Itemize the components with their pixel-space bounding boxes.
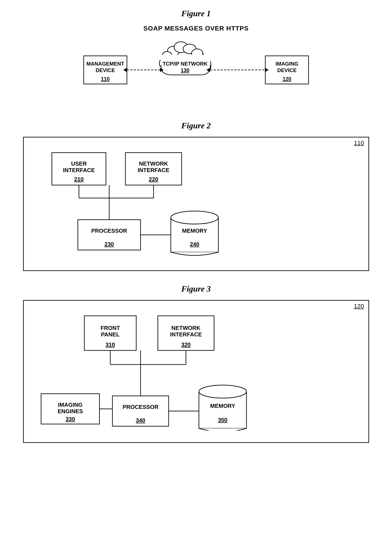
svg-text:INTERFACE: INTERFACE: [63, 167, 95, 173]
fig3-svg: FRONT PANEL 310 NETWORK INTERFACE 320 IM…: [35, 309, 337, 430]
svg-text:MANAGEMENT: MANAGEMENT: [86, 61, 124, 67]
figure-3-title: Figure 3: [23, 284, 369, 294]
svg-text:NETWORK: NETWORK: [139, 160, 168, 167]
cloud-group: TCP/IP NETWORK 130: [159, 42, 211, 75]
svg-text:INTERFACE: INTERFACE: [138, 167, 169, 173]
svg-text:IMAGING: IMAGING: [275, 61, 298, 67]
figure-1-section: Figure 1 SOAP MESSAGES OVER HTTPS MANAGE…: [23, 9, 369, 108]
svg-text:NETWORK: NETWORK: [171, 325, 201, 331]
svg-point-68: [199, 385, 247, 398]
svg-text:PANEL: PANEL: [101, 331, 119, 338]
svg-text:120: 120: [282, 76, 291, 82]
svg-text:210: 210: [74, 176, 84, 182]
figure-1-title: Figure 1: [23, 9, 369, 18]
svg-text:MEMORY: MEMORY: [182, 228, 207, 234]
svg-text:240: 240: [190, 241, 199, 248]
svg-text:DEVICE: DEVICE: [96, 67, 115, 73]
figure-3-section: Figure 3 120 FRONT PANEL 310 NETWORK INT…: [23, 284, 369, 443]
svg-text:230: 230: [104, 241, 114, 248]
fig2-container-number: 110: [354, 140, 364, 147]
svg-text:130: 130: [181, 67, 189, 73]
svg-text:350: 350: [218, 417, 227, 423]
figure-3-container: 120 FRONT PANEL 310 NETWORK INTERFACE 32…: [23, 300, 369, 443]
fig3-container-number: 120: [354, 303, 364, 310]
fig1-svg: MANAGEMENT DEVICE 110 IMAGING DEVICE 120: [77, 34, 315, 108]
svg-text:PROCESSOR: PROCESSOR: [122, 404, 158, 410]
svg-text:PROCESSOR: PROCESSOR: [91, 228, 127, 234]
svg-point-41: [171, 211, 218, 224]
figure-1-diagram: SOAP MESSAGES OVER HTTPS MANAGEMENT DEVI…: [23, 25, 369, 108]
svg-text:340: 340: [136, 417, 145, 424]
soap-messages-label: SOAP MESSAGES OVER HTTPS: [143, 25, 249, 32]
svg-text:FRONT: FRONT: [101, 325, 120, 331]
svg-text:110: 110: [101, 76, 109, 82]
svg-text:USER: USER: [71, 160, 86, 167]
figure-2-container: 110 USER INTERFACE 210 NETWORK INTERFACE…: [23, 137, 369, 271]
svg-text:220: 220: [149, 176, 158, 182]
svg-text:330: 330: [65, 416, 75, 422]
svg-text:ENGINES: ENGINES: [57, 408, 83, 415]
svg-text:INTERFACE: INTERFACE: [170, 331, 202, 338]
svg-text:TCP/IP NETWORK: TCP/IP NETWORK: [163, 61, 208, 67]
svg-text:IMAGING: IMAGING: [58, 401, 82, 408]
figure-2-title: Figure 2: [23, 121, 369, 130]
svg-text:310: 310: [106, 341, 115, 348]
fig2-svg: USER INTERFACE 210 NETWORK INTERFACE 220…: [35, 146, 337, 259]
figure-2-section: Figure 2 110 USER INTERFACE 210 NETWORK …: [23, 121, 369, 271]
svg-text:DEVICE: DEVICE: [277, 67, 296, 73]
svg-text:320: 320: [181, 341, 191, 348]
svg-text:MEMORY: MEMORY: [210, 403, 235, 409]
